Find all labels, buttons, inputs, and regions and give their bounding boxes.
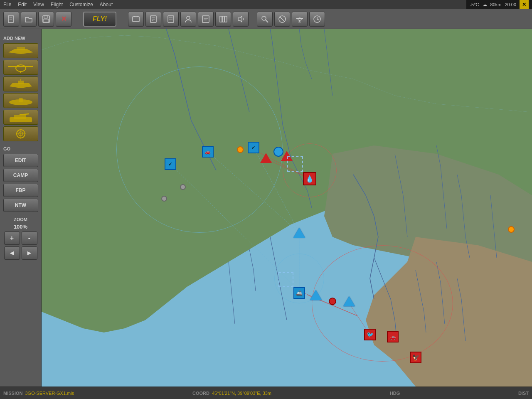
no-fly-button[interactable] <box>274 12 290 27</box>
unit-orange-dot-right[interactable] <box>508 226 515 233</box>
unit-ship-button[interactable] <box>3 43 38 58</box>
library-button[interactable] <box>215 12 231 27</box>
nav-arrows: ◄ ► <box>4 246 37 260</box>
coord-value: 45°01'21"N, 39°09'03"E, 33m <box>212 391 271 396</box>
sound-button[interactable] <box>233 12 249 27</box>
temp-display: -5°C <box>470 2 479 7</box>
unit-red-box-2[interactable]: 🚗 <box>387 331 399 342</box>
briefing-button[interactable] <box>145 12 161 27</box>
clock-button[interactable] <box>309 12 325 27</box>
ntw-button[interactable]: NTW <box>3 199 38 212</box>
svg-line-27 <box>280 17 285 22</box>
zoom-label: ZOOM <box>14 217 27 222</box>
svg-rect-22 <box>225 16 227 22</box>
svg-rect-20 <box>220 16 222 22</box>
svg-line-34 <box>317 19 319 20</box>
unit-red-box-1[interactable]: 🐦 <box>364 329 376 340</box>
unit-red-tri-1[interactable] <box>260 153 272 163</box>
add-new-label: ADD NEW <box>2 36 25 41</box>
svg-rect-45 <box>14 115 26 119</box>
dist-label: DIST <box>518 391 529 396</box>
svg-point-16 <box>187 16 190 20</box>
statusbar-top: -5°C ☁ 80km 20:00 ✕ <box>466 0 532 9</box>
svg-rect-21 <box>222 16 224 22</box>
unit-red-selected[interactable]: 💧 <box>303 172 316 185</box>
zoom-value: 100% <box>14 224 27 230</box>
zoom-out-button[interactable]: - <box>22 232 37 245</box>
menu-file[interactable]: File <box>3 2 11 7</box>
coord-section: COORD 45°01'21"N, 39°09'03"E, 33m <box>192 391 271 396</box>
svg-marker-23 <box>238 16 242 22</box>
unit-red-dot-bottom[interactable] <box>329 298 336 305</box>
svg-point-37 <box>16 65 26 71</box>
go-label: GO <box>2 146 10 151</box>
unit-warship-button[interactable] <box>3 76 38 91</box>
time-display: 20:00 <box>505 2 516 7</box>
unit-tank-button[interactable] <box>3 110 38 125</box>
svg-point-24 <box>262 16 266 20</box>
toolbar: ✕ FLY! <box>0 9 532 29</box>
unit-blue-box-3[interactable]: ✓ <box>248 142 259 153</box>
svg-rect-6 <box>133 17 139 22</box>
notes-button[interactable] <box>163 12 179 27</box>
hdg-section: HDG <box>390 391 400 396</box>
menu-customize[interactable]: Customize <box>69 2 93 7</box>
edit-button[interactable]: EDIT <box>3 154 38 167</box>
close-button[interactable]: ✕ <box>520 0 529 9</box>
search-button[interactable] <box>257 12 273 27</box>
svg-rect-5 <box>44 19 49 22</box>
map-container[interactable]: ✓ 🚗 ✓ 💧 🚢 <box>42 29 532 387</box>
fbp-button[interactable]: FBP <box>3 184 38 197</box>
unit-orange-dot-1[interactable] <box>237 146 244 153</box>
coord-label: COORD <box>192 391 209 396</box>
zoom-controls: + - <box>4 232 37 245</box>
unit-heli-button[interactable] <box>3 60 38 75</box>
svg-rect-43 <box>19 98 23 102</box>
svg-rect-40 <box>18 81 24 84</box>
sidebar: ADD NEW <box>0 29 42 387</box>
unit-target-button[interactable] <box>3 126 38 141</box>
weather-icon: ☁ <box>483 2 487 7</box>
open-button[interactable] <box>21 12 37 27</box>
menubar: File Edit View Flight Customize About -5… <box>0 0 532 9</box>
unit-blue-tri-mid[interactable] <box>293 228 305 238</box>
svg-rect-17 <box>202 16 209 22</box>
menu-flight[interactable]: Flight <box>51 2 63 7</box>
unit-submarine-button[interactable] <box>3 93 38 108</box>
new-button[interactable] <box>3 12 19 27</box>
unit-blue-tri-bottom-2[interactable] <box>343 296 355 306</box>
zoom-in-button[interactable]: + <box>4 232 20 245</box>
helicopter-button[interactable] <box>292 12 308 27</box>
fly-button[interactable]: FLY! <box>83 12 116 27</box>
mission-section: MISSION 3GO-SERVER-GX1.mis <box>3 391 74 396</box>
unit-orange-dot-2[interactable] <box>180 184 186 190</box>
map-background <box>42 29 532 387</box>
visibility-display: 80km <box>490 2 502 7</box>
menu-edit[interactable]: Edit <box>18 2 27 7</box>
unit-red-box-3[interactable]: 🦅 <box>410 352 421 363</box>
cancel-button[interactable]: ✕ <box>56 12 71 27</box>
unit-blue-box-2[interactable]: 🚗 <box>202 146 214 158</box>
save-button[interactable] <box>38 12 54 27</box>
menu-about[interactable]: About <box>100 2 113 7</box>
camp-button[interactable]: CAMP <box>3 169 38 182</box>
unit-orange-dot-3[interactable] <box>161 196 167 202</box>
menu-view[interactable]: View <box>33 2 44 7</box>
debriefing-button[interactable] <box>198 12 214 27</box>
svg-line-25 <box>266 20 268 22</box>
svg-line-46 <box>20 114 29 115</box>
unit-blue-box-1[interactable]: ✓ <box>165 158 176 170</box>
pilot-button[interactable] <box>180 12 196 27</box>
mission-value: 3GO-SERVER-GX1.mis <box>25 391 74 396</box>
dist-section: DIST <box>518 391 529 396</box>
unit-blue-tri-bottom-1[interactable] <box>310 290 322 300</box>
mission-label: MISSION <box>3 391 22 396</box>
timer-button[interactable] <box>128 12 144 27</box>
statusbar-bottom: MISSION 3GO-SERVER-GX1.mis COORD 45°01'2… <box>0 387 532 399</box>
svg-rect-4 <box>44 16 47 18</box>
nav-left-button[interactable]: ◄ <box>4 246 20 260</box>
nav-right-button[interactable]: ► <box>22 246 37 260</box>
svg-rect-35 <box>17 47 25 50</box>
unit-blue-box-ship[interactable]: 🚢 <box>293 287 305 299</box>
hdg-label: HDG <box>390 391 400 396</box>
